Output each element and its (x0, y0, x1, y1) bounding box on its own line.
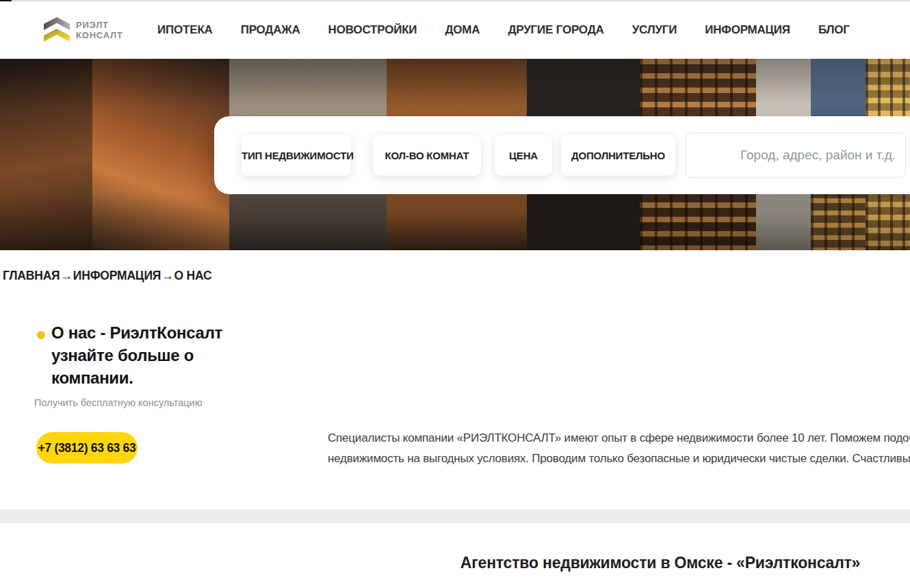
breadcrumb: ГЛАВНАЯ → ИНФОРМАЦИЯ → О НАС (3, 269, 211, 283)
nav-item-prodazha[interactable]: ПРОДАЖА (241, 23, 300, 37)
phone-button[interactable]: +7 (3812) 63 63 63 (36, 432, 138, 464)
breadcrumb-information[interactable]: ИНФОРМАЦИЯ (73, 269, 161, 283)
breadcrumb-about-current: О НАС (174, 269, 212, 283)
breadcrumb-home[interactable]: ГЛАВНАЯ (3, 269, 60, 283)
location-search-input[interactable] (686, 133, 906, 178)
agency-section-title: Агентство недвижимости в Омске - «Риэлтк… (0, 554, 910, 572)
about-page-title: О нас - РиэлтКонсалт узнайте больше о ко… (51, 321, 270, 389)
nav-item-doma[interactable]: ДОМА (445, 23, 480, 37)
nav-item-ipoteka[interactable]: ИПОТЕКА (157, 23, 213, 37)
logo[interactable]: РИЭЛТ КОНСАЛТ (44, 17, 123, 43)
breadcrumb-arrow-icon: → (61, 269, 73, 283)
filter-extra-button[interactable]: ДОПОЛНИТЕЛЬНО (561, 135, 675, 176)
breadcrumb-arrow-icon: → (161, 269, 173, 283)
nav-item-novostroyki[interactable]: НОВОСТРОЙКИ (328, 23, 417, 37)
nav-item-uslugi[interactable]: УСЛУГИ (632, 23, 677, 37)
filter-rooms-button[interactable]: КОЛ-ВО КОМНАТ (373, 135, 481, 176)
bullet-icon (37, 331, 45, 339)
logo-chevrons-icon (44, 17, 70, 43)
filter-property-type-button[interactable]: ТИП НЕДВИЖИМОСТИ (242, 135, 351, 176)
about-description-line1: Специалисты компании «РИЭЛТКОНСАЛТ» имею… (328, 428, 910, 449)
header: РИЭЛТ КОНСАЛТ ИПОТЕКА ПРОДАЖА НОВОСТРОЙК… (0, 1, 910, 59)
main-nav: ИПОТЕКА ПРОДАЖА НОВОСТРОЙКИ ДОМА ДРУГИЕ … (157, 1, 850, 59)
nav-item-drugie-goroda[interactable]: ДРУГИЕ ГОРОДА (508, 23, 603, 37)
filter-price-button[interactable]: ЦЕНА (495, 135, 552, 176)
about-description-line2: недвижимость на выгодных условиях. Прово… (328, 449, 910, 469)
nav-item-informatsiya[interactable]: ИНФОРМАЦИЯ (705, 23, 790, 37)
section-divider (0, 509, 910, 523)
logo-line2: КОНСАЛТ (76, 30, 123, 40)
logo-text: РИЭЛТ КОНСАЛТ (76, 20, 123, 40)
about-description: Специалисты компании «РИЭЛТКОНСАЛТ» имею… (328, 428, 910, 469)
logo-chevron-bottom-icon (44, 29, 70, 42)
consultation-label: Получить бесплатную консультацию (34, 397, 203, 408)
logo-chevron-top-icon (44, 17, 70, 30)
logo-line1: РИЭЛТ (76, 20, 123, 30)
nav-item-blog[interactable]: БЛОГ (818, 23, 850, 37)
property-search-panel: ТИП НЕДВИЖИМОСТИ КОЛ-ВО КОМНАТ ЦЕНА ДОПО… (214, 116, 910, 194)
